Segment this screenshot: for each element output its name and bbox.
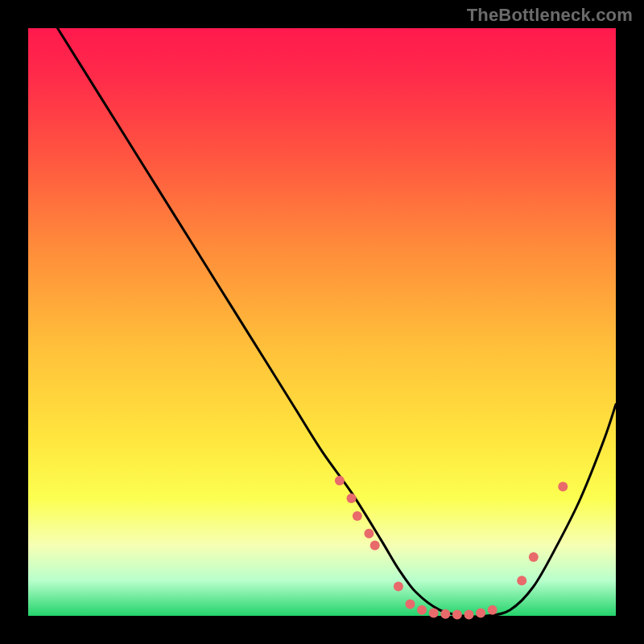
- curve-marker: [488, 605, 497, 615]
- curve-marker: [452, 610, 462, 620]
- curve-marker: [558, 481, 568, 491]
- chart-frame: TheBottleneck.com: [0, 0, 644, 644]
- curve-marker: [370, 540, 380, 550]
- plot-area: [28, 28, 616, 616]
- curve-marker: [394, 582, 403, 592]
- watermark-text: TheBottleneck.com: [467, 5, 633, 26]
- bottleneck-curve: [58, 28, 617, 617]
- curve-marker: [529, 552, 539, 562]
- curve-layer: [28, 28, 616, 616]
- curve-marker: [406, 599, 415, 609]
- curve-marker: [429, 608, 439, 617]
- curve-marker: [353, 511, 362, 521]
- curve-marker: [440, 609, 450, 619]
- curve-markers: [335, 476, 568, 619]
- curve-marker: [335, 476, 345, 485]
- curve-marker: [517, 576, 526, 585]
- curve-marker: [364, 529, 374, 539]
- curve-marker: [476, 608, 485, 617]
- curve-marker: [417, 605, 427, 615]
- curve-marker: [347, 493, 357, 503]
- curve-marker: [464, 610, 474, 620]
